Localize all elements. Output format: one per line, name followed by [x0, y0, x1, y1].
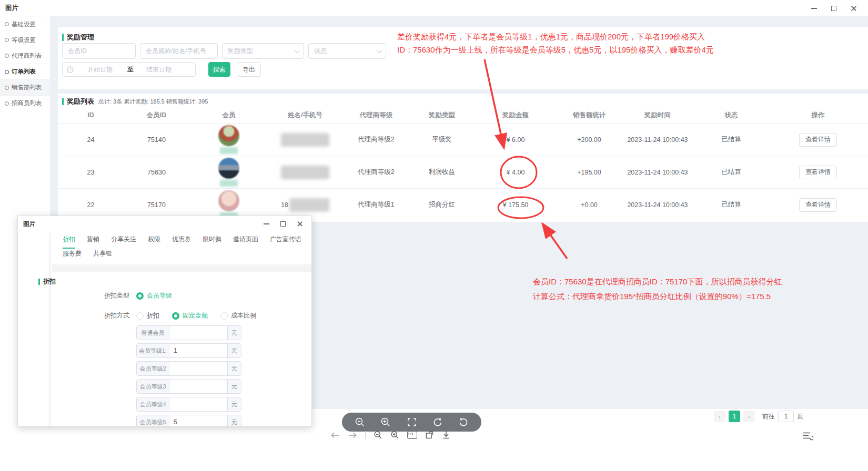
reward-type-select[interactable]: 奖励类型: [222, 43, 304, 59]
amount-input[interactable]: [169, 362, 227, 375]
viewer-bottom-bar: 1:1: [330, 431, 450, 439]
table-header: ID 会员ID 会员 姓名/手机号 代理商等级 奖励类型 奖励金额 销售额统计 …: [58, 107, 868, 123]
tab-flash-sale[interactable]: 限时购: [203, 235, 221, 249]
amount-input[interactable]: [169, 397, 227, 411]
tab-marketing[interactable]: 营销: [87, 235, 99, 249]
radio-member-level[interactable]: [136, 292, 144, 300]
sidebar-item-level-settings[interactable]: 等级设置: [0, 32, 50, 48]
view-detail-button[interactable]: 查看详情: [799, 166, 837, 179]
status-badge: 已结算: [694, 168, 768, 177]
member-cell: [189, 158, 268, 187]
list-icon[interactable]: [803, 431, 813, 441]
next-page-button[interactable]: ›: [743, 411, 755, 422]
status-badge: 已结算: [694, 135, 768, 144]
list-card: 奖励列表 总计: 3条 累计奖励: 185.5 销售额统计: 395 ID 会员…: [58, 94, 868, 222]
prev-page-button[interactable]: ‹: [714, 411, 725, 422]
avatar: [218, 158, 239, 179]
radio-circle-icon: [5, 70, 9, 74]
inner-window-title: 图片: [18, 220, 35, 228]
search-button[interactable]: 搜索: [208, 62, 230, 77]
sidebar-item-recruiter-list[interactable]: 招商员列表: [0, 95, 50, 111]
radio-cost-ratio[interactable]: [220, 312, 228, 320]
member-name-input[interactable]: [140, 43, 218, 59]
list-title: 奖励列表: [67, 97, 94, 106]
status-select[interactable]: 状态: [308, 43, 386, 59]
maximize-icon[interactable]: [275, 216, 291, 232]
zoom-out-icon[interactable]: [374, 431, 382, 439]
filter-row-2: 开始日期 至 结束日期 搜索 导出: [62, 62, 261, 77]
level-amount-form: 普通会员元 会员等级1.元 会员等级2元 会员等级3元 会员等级4元 会员等级5…: [136, 325, 241, 427]
blurred-name: [289, 198, 329, 212]
tab-discount[interactable]: 折扣: [63, 235, 75, 249]
tab-service-fee[interactable]: 服务费: [63, 249, 82, 263]
view-detail-button[interactable]: 查看详情: [799, 133, 837, 147]
divider: [49, 233, 51, 426]
close-icon[interactable]: [844, 0, 864, 16]
blurred-tag: [220, 180, 238, 187]
minimize-icon[interactable]: [804, 0, 824, 16]
tab-permissions[interactable]: 权限: [148, 235, 160, 249]
sidebar-item-agent-list[interactable]: 代理商列表: [0, 48, 50, 64]
rotate-left-icon[interactable]: [432, 417, 443, 427]
zoom-out-icon[interactable]: [355, 417, 365, 427]
avatar: [218, 125, 239, 146]
minimize-icon[interactable]: [258, 216, 275, 232]
avatar: [218, 190, 239, 211]
inner-window-controls: [258, 216, 308, 232]
tab-share-follow[interactable]: 分享关注: [111, 235, 136, 249]
filter-row-1: 奖励类型 状态: [62, 43, 386, 59]
one-to-one-icon[interactable]: 1:1: [407, 431, 417, 439]
tab-ad-slogan[interactable]: 广告宣传语: [270, 235, 301, 249]
amount-input[interactable]: [169, 344, 227, 357]
arrow-left-icon[interactable]: [330, 432, 340, 439]
status-badge: 已结算: [694, 200, 768, 209]
member-cell: [189, 125, 268, 154]
amount-input[interactable]: [169, 415, 227, 427]
current-page-button[interactable]: 1: [729, 411, 740, 422]
close-icon[interactable]: [291, 216, 308, 232]
annotation-bottom-line2: 计算公式：代理商拿货价195*招商员分红比例（设置的90%）=175.5: [533, 289, 782, 304]
chevron-down-icon: [377, 48, 382, 53]
tab-coupon[interactable]: 优惠券: [172, 235, 191, 249]
discount-mode-label: 折扣方式: [47, 311, 129, 320]
window-controls: [804, 0, 864, 16]
rotate-icon[interactable]: [425, 431, 434, 439]
sidebar-item-order-list[interactable]: 订单列表: [0, 64, 50, 79]
goto-page-input[interactable]: [778, 411, 794, 422]
chevron-down-icon: [295, 48, 300, 53]
page-unit-label: 页: [797, 412, 803, 421]
green-bar-icon: [62, 98, 64, 105]
radio-fixed-amount-state: [172, 312, 179, 320]
amount-input[interactable]: [169, 380, 227, 393]
table-row: 23 75630 代理商等级2 利润收益 ¥ 4.00 +195.00 2023…: [58, 156, 868, 188]
amount-input[interactable]: [169, 326, 227, 340]
maximize-icon[interactable]: [824, 0, 844, 16]
radio-discount[interactable]: [136, 312, 144, 320]
zoom-in-icon[interactable]: [380, 417, 391, 427]
tab-share-chain[interactable]: 共享链: [93, 249, 112, 263]
name-cell: [268, 133, 342, 147]
blurred-tag: [220, 147, 238, 154]
zoom-in-icon[interactable]: [390, 431, 399, 439]
arrow-right-icon[interactable]: [348, 432, 357, 439]
fullscreen-icon[interactable]: [407, 417, 417, 427]
green-bar-icon: [38, 279, 40, 285]
amount-row-level4: 会员等级4元: [136, 397, 241, 412]
tab-bar-row2: 服务费 共享链: [63, 249, 311, 263]
date-range-picker[interactable]: 开始日期 至 结束日期: [62, 62, 196, 77]
export-button[interactable]: 导出: [237, 62, 261, 77]
discount-type-label: 折扣类型: [47, 291, 129, 300]
download-icon[interactable]: [442, 431, 450, 439]
annotation-top-line1: 差价奖励获得4元，下单者是会员等级1，优惠1元，商品现价200元，下单者199价…: [397, 30, 714, 44]
sidebar-item-sales-list[interactable]: 销售部列表: [0, 79, 50, 95]
rotate-right-icon[interactable]: [458, 417, 469, 427]
divider: [365, 431, 366, 439]
member-id-input[interactable]: [62, 43, 136, 59]
list-summary: 总计: 3条 累计奖励: 185.5 销售额统计: 395: [98, 98, 208, 106]
amount-row-normal: 普通会员元: [136, 325, 241, 340]
pagination: ‹ 1 › 前往 页: [714, 411, 803, 422]
sidebar-item-basic-settings[interactable]: 基础设置: [0, 16, 50, 32]
view-detail-button[interactable]: 查看详情: [799, 198, 837, 212]
discount-type-row: 折扣类型 会员等级: [47, 291, 172, 300]
tab-invite-page[interactable]: 邀请页面: [233, 235, 258, 249]
